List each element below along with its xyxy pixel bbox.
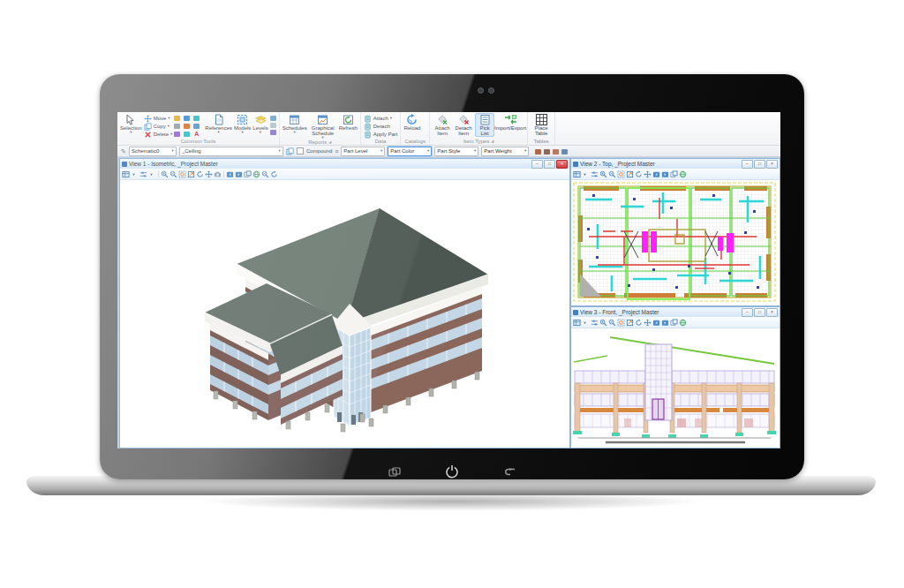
chevron-down-icon[interactable] <box>582 318 590 327</box>
adjust-view-icon[interactable] <box>591 170 599 178</box>
detach-item-button[interactable]: Detach Item <box>454 113 473 136</box>
mini-tool-icon[interactable] <box>174 124 180 129</box>
view-attributes-icon[interactable] <box>573 318 581 327</box>
attach-button[interactable]: Attach▾ <box>364 115 398 122</box>
move-button[interactable]: Move▾ <box>144 115 173 122</box>
tag-tool-icon[interactable] <box>544 149 550 155</box>
overlapping-windows-icon[interactable] <box>388 467 401 478</box>
saved-views-icon[interactable] <box>679 170 687 178</box>
pan-view-icon[interactable] <box>644 170 652 178</box>
text-style-icon[interactable]: A <box>193 132 200 137</box>
apply-part-button[interactable]: Apply Part <box>364 131 398 138</box>
reload-button[interactable]: Reload <box>403 113 420 131</box>
selection-button[interactable]: Selection ▾ <box>120 113 142 134</box>
walk-icon[interactable] <box>214 170 222 178</box>
pan-view-icon[interactable] <box>644 318 652 327</box>
maximize-button[interactable]: □ <box>754 160 765 169</box>
copy-attributes-icon[interactable] <box>286 147 294 155</box>
maximize-button[interactable]: □ <box>754 308 765 317</box>
rotate-icon[interactable] <box>270 170 278 178</box>
zoom-in-icon[interactable] <box>599 318 607 327</box>
graphical-schedules-button[interactable]: Graphical Schedule ▾ <box>309 113 337 139</box>
copy-view-icon[interactable] <box>670 318 678 327</box>
tag-tool-icon[interactable] <box>561 149 568 155</box>
power-icon[interactable] <box>445 464 459 479</box>
import-export-button[interactable]: Import/Export <box>496 113 524 131</box>
copy-view-icon[interactable] <box>670 170 678 178</box>
mini-tool-icon[interactable] <box>270 130 276 135</box>
part-level-dropdown[interactable]: Part Level▾ <box>341 147 385 156</box>
compound-checkbox[interactable] <box>297 147 304 155</box>
adjust-view-icon[interactable] <box>591 318 599 327</box>
window-area-icon[interactable] <box>617 170 625 178</box>
view-previous-icon[interactable] <box>652 170 660 178</box>
rotate-view-icon[interactable] <box>196 170 204 178</box>
detach-button[interactable]: Detach <box>364 123 398 130</box>
refresh-button[interactable]: Refresh <box>339 113 358 131</box>
view-next-icon[interactable] <box>661 318 669 327</box>
chevron-down-icon[interactable] <box>148 170 156 178</box>
dialog-launcher-icon[interactable]: ◢ <box>328 139 331 145</box>
rotate-view-icon[interactable] <box>635 170 643 178</box>
copy-view-icon[interactable] <box>244 170 252 178</box>
schematic-dropdown[interactable]: Schematic0▾ <box>129 147 177 156</box>
pen-icon[interactable]: ✎ <box>121 148 126 155</box>
line-style-icon[interactable]: ≡ <box>335 148 338 155</box>
zoom-out-icon[interactable] <box>608 170 616 178</box>
view-1-canvas[interactable] <box>120 180 569 448</box>
copy-button[interactable]: Copy▾ <box>144 123 173 130</box>
zoom-out-icon[interactable] <box>608 318 616 327</box>
close-button[interactable]: × <box>766 308 778 317</box>
fit-view-icon[interactable] <box>626 170 634 178</box>
fit-view-icon[interactable] <box>187 170 195 178</box>
zoom-in-icon[interactable] <box>161 170 169 178</box>
view-2-titlebar[interactable]: View 2 - Top, _Project Master – □ × <box>571 159 780 169</box>
view-3-canvas[interactable] <box>571 328 780 448</box>
mini-tool-icon[interactable] <box>270 123 276 128</box>
window-area-icon[interactable] <box>178 170 186 178</box>
minimize-button[interactable]: – <box>742 160 753 169</box>
pick-list-button[interactable]: Pick List <box>475 113 494 137</box>
saved-views-icon[interactable] <box>679 318 687 327</box>
zoom-icon[interactable] <box>261 170 269 178</box>
window-area-icon[interactable] <box>617 318 625 327</box>
models-button[interactable]: Models ▾ <box>234 113 251 134</box>
attach-item-button[interactable]: Attach Item <box>433 113 452 136</box>
view-attributes-icon[interactable] <box>573 170 581 178</box>
chevron-down-icon[interactable] <box>131 170 139 178</box>
saved-views-icon[interactable] <box>252 170 260 178</box>
zoom-in-icon[interactable] <box>599 170 607 178</box>
minimize-button[interactable]: – <box>531 160 543 169</box>
mini-tool-icon[interactable] <box>174 132 180 137</box>
zoom-out-icon[interactable] <box>170 170 177 178</box>
place-table-button[interactable]: Place Table <box>531 113 552 136</box>
maximize-button[interactable]: □ <box>544 160 555 169</box>
minimize-button[interactable]: – <box>742 308 753 317</box>
references-button[interactable]: References ▾ <box>205 113 232 134</box>
schedules-button[interactable]: Schedules ▾ <box>282 113 307 134</box>
view-1-titlebar[interactable]: View 1 - Isometric, _Project Master – □ … <box>120 159 569 169</box>
pan-view-icon[interactable] <box>205 170 213 178</box>
chevron-down-icon[interactable] <box>582 170 590 178</box>
mini-tool-icon[interactable] <box>184 124 190 129</box>
mini-tool-icon[interactable] <box>193 124 200 129</box>
dialog-launcher-icon[interactable]: ◢ <box>491 139 493 144</box>
view-previous-icon[interactable] <box>652 318 660 327</box>
mini-tool-icon[interactable] <box>184 116 190 121</box>
part-weight-dropdown[interactable]: Part Weight▾ <box>481 147 529 156</box>
rotate-view-icon[interactable] <box>635 318 643 327</box>
ceiling-dropdown[interactable]: _Ceiling▾ <box>179 147 283 156</box>
view-next-icon[interactable] <box>235 170 243 178</box>
part-color-dropdown[interactable]: Part Color▾ <box>388 147 432 156</box>
mini-tool-icon[interactable] <box>193 116 200 121</box>
fit-view-icon[interactable] <box>626 318 634 327</box>
part-style-dropdown[interactable]: Part Style▾ <box>434 147 478 156</box>
tag-tool-icon[interactable] <box>553 149 559 155</box>
delete-button[interactable]: Delete▾ <box>144 131 173 138</box>
tag-tool-icon[interactable] <box>535 149 541 155</box>
close-button[interactable]: × <box>556 160 568 169</box>
view-2-canvas[interactable] <box>571 180 780 305</box>
close-button[interactable]: × <box>766 160 778 169</box>
back-arrow-icon[interactable] <box>504 467 516 478</box>
view-3-titlebar[interactable]: View 3 - Front, _Project Master – □ × <box>571 307 780 317</box>
